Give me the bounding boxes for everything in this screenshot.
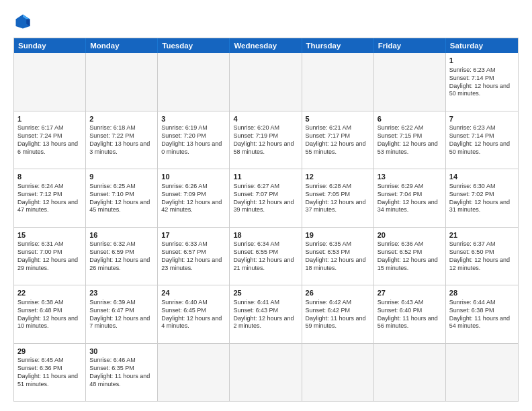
cal-cell-12: 12Sunrise: 6:28 AM Sunset: 7:05 PM Dayli… — [302, 169, 374, 227]
day-number: 18 — [233, 230, 298, 240]
day-number: 22 — [17, 288, 82, 298]
day-number: 25 — [233, 288, 298, 298]
day-info: Sunrise: 6:46 AM Sunset: 6:35 PM Dayligh… — [89, 357, 154, 389]
day-number: 27 — [378, 288, 442, 298]
cal-cell-10: 10Sunrise: 6:26 AM Sunset: 7:09 PM Dayli… — [158, 169, 230, 227]
cal-cell-15: 15Sunrise: 6:31 AM Sunset: 7:00 PM Dayli… — [14, 228, 86, 285]
day-number: 6 — [378, 114, 442, 124]
cal-cell-empty-6 — [446, 344, 518, 402]
day-number: 16 — [89, 230, 154, 240]
calendar-week-5: 22Sunrise: 6:38 AM Sunset: 6:48 PM Dayli… — [14, 285, 518, 344]
day-number: 13 — [378, 172, 442, 182]
cal-cell-6: 6Sunrise: 6:22 AM Sunset: 7:15 PM Daylig… — [374, 111, 446, 169]
cal-cell-19: 19Sunrise: 6:35 AM Sunset: 6:53 PM Dayli… — [302, 228, 374, 285]
day-number: 1 — [17, 114, 82, 124]
day-number: 24 — [161, 288, 226, 298]
day-info: Sunrise: 6:41 AM Sunset: 6:43 PM Dayligh… — [233, 299, 298, 331]
day-number: 15 — [17, 230, 82, 240]
day-info: Sunrise: 6:42 AM Sunset: 6:42 PM Dayligh… — [306, 299, 370, 331]
day-info: Sunrise: 6:19 AM Sunset: 7:20 PM Dayligh… — [161, 124, 226, 156]
day-number: 30 — [89, 347, 154, 357]
day-number: 7 — [449, 114, 515, 124]
cal-cell-14: 14Sunrise: 6:30 AM Sunset: 7:02 PM Dayli… — [446, 169, 518, 227]
cal-cell-empty-3 — [230, 344, 302, 402]
day-info: Sunrise: 6:25 AM Sunset: 7:10 PM Dayligh… — [89, 183, 154, 215]
day-number: 12 — [306, 172, 370, 182]
day-number: 20 — [378, 230, 442, 240]
cal-cell-30: 30Sunrise: 6:46 AM Sunset: 6:35 PM Dayli… — [86, 344, 158, 402]
cal-cell-17: 17Sunrise: 6:33 AM Sunset: 6:57 PM Dayli… — [158, 228, 230, 285]
calendar-week-6: 29Sunrise: 6:45 AM Sunset: 6:36 PM Dayli… — [14, 344, 518, 402]
day-number: 17 — [161, 230, 226, 240]
day-number: 29 — [17, 347, 82, 357]
day-info: Sunrise: 6:30 AM Sunset: 7:02 PM Dayligh… — [449, 183, 515, 215]
day-info: Sunrise: 6:44 AM Sunset: 6:38 PM Dayligh… — [449, 299, 515, 331]
day-number: 9 — [89, 172, 154, 182]
cal-cell-1: 1Sunrise: 6:23 AM Sunset: 7:14 PM Daylig… — [446, 53, 518, 111]
day-info: Sunrise: 6:38 AM Sunset: 6:48 PM Dayligh… — [17, 299, 82, 331]
day-number: 4 — [233, 114, 298, 124]
cal-cell-empty-2 — [158, 53, 230, 111]
cal-cell-24: 24Sunrise: 6:40 AM Sunset: 6:45 PM Dayli… — [158, 285, 230, 343]
cal-cell-28: 28Sunrise: 6:44 AM Sunset: 6:38 PM Dayli… — [446, 285, 518, 343]
header — [13, 12, 519, 31]
day-info: Sunrise: 6:29 AM Sunset: 7:04 PM Dayligh… — [378, 183, 442, 215]
day-info: Sunrise: 6:35 AM Sunset: 6:53 PM Dayligh… — [306, 240, 370, 273]
cal-cell-26: 26Sunrise: 6:42 AM Sunset: 6:42 PM Dayli… — [302, 285, 374, 343]
cal-cell-empty-0 — [14, 53, 86, 111]
cal-cell-22: 22Sunrise: 6:38 AM Sunset: 6:48 PM Dayli… — [14, 285, 86, 343]
day-info: Sunrise: 6:23 AM Sunset: 7:14 PM Dayligh… — [449, 124, 515, 156]
day-info: Sunrise: 6:18 AM Sunset: 7:22 PM Dayligh… — [89, 124, 154, 156]
cal-cell-empty-4 — [302, 53, 374, 111]
cal-cell-18: 18Sunrise: 6:34 AM Sunset: 6:55 PM Dayli… — [230, 228, 302, 285]
cal-cell-5: 5Sunrise: 6:21 AM Sunset: 7:17 PM Daylig… — [302, 111, 374, 169]
cal-cell-27: 27Sunrise: 6:43 AM Sunset: 6:40 PM Dayli… — [374, 285, 446, 343]
logo — [13, 12, 35, 31]
day-number: 11 — [233, 172, 298, 182]
day-number: 28 — [449, 288, 515, 298]
cal-cell-9: 9Sunrise: 6:25 AM Sunset: 7:10 PM Daylig… — [86, 169, 158, 227]
cal-cell-empty-5 — [374, 53, 446, 111]
day-number: 2 — [89, 114, 154, 124]
calendar-body: 1Sunrise: 6:23 AM Sunset: 7:14 PM Daylig… — [14, 53, 518, 401]
cal-cell-empty-4 — [302, 344, 374, 402]
day-number: 23 — [89, 288, 154, 298]
day-number: 21 — [449, 230, 515, 240]
day-info: Sunrise: 6:31 AM Sunset: 7:00 PM Dayligh… — [17, 240, 82, 273]
day-info: Sunrise: 6:43 AM Sunset: 6:40 PM Dayligh… — [378, 299, 442, 331]
cal-cell-23: 23Sunrise: 6:39 AM Sunset: 6:47 PM Dayli… — [86, 285, 158, 343]
day-number: 10 — [161, 172, 226, 182]
cal-cell-7: 7Sunrise: 6:23 AM Sunset: 7:14 PM Daylig… — [446, 111, 518, 169]
day-info: Sunrise: 6:32 AM Sunset: 6:59 PM Dayligh… — [89, 240, 154, 273]
calendar-week-3: 8Sunrise: 6:24 AM Sunset: 7:12 PM Daylig… — [14, 169, 518, 228]
day-info: Sunrise: 6:20 AM Sunset: 7:19 PM Dayligh… — [233, 124, 298, 156]
day-number: 26 — [306, 288, 370, 298]
cal-header-friday: Friday — [374, 38, 446, 53]
cal-cell-16: 16Sunrise: 6:32 AM Sunset: 6:59 PM Dayli… — [86, 228, 158, 285]
day-info: Sunrise: 6:22 AM Sunset: 7:15 PM Dayligh… — [378, 124, 442, 156]
cal-cell-29: 29Sunrise: 6:45 AM Sunset: 6:36 PM Dayli… — [14, 344, 86, 402]
day-number: 19 — [306, 230, 370, 240]
day-info: Sunrise: 6:23 AM Sunset: 7:14 PM Dayligh… — [449, 66, 515, 99]
cal-header-sunday: Sunday — [14, 38, 86, 53]
day-number: 3 — [161, 114, 226, 124]
cal-cell-11: 11Sunrise: 6:27 AM Sunset: 7:07 PM Dayli… — [230, 169, 302, 227]
day-info: Sunrise: 6:21 AM Sunset: 7:17 PM Dayligh… — [306, 124, 370, 156]
day-info: Sunrise: 6:17 AM Sunset: 7:24 PM Dayligh… — [17, 124, 82, 156]
cal-cell-8: 8Sunrise: 6:24 AM Sunset: 7:12 PM Daylig… — [14, 169, 86, 227]
cal-header-thursday: Thursday — [302, 38, 374, 53]
cal-header-monday: Monday — [86, 38, 158, 53]
day-number: 8 — [17, 172, 82, 182]
cal-cell-empty-2 — [158, 344, 230, 402]
logo-icon — [13, 12, 32, 31]
calendar-week-2: 1Sunrise: 6:17 AM Sunset: 7:24 PM Daylig… — [14, 111, 518, 170]
cal-cell-2: 2Sunrise: 6:18 AM Sunset: 7:22 PM Daylig… — [86, 111, 158, 169]
cal-header-saturday: Saturday — [446, 38, 518, 53]
day-info: Sunrise: 6:24 AM Sunset: 7:12 PM Dayligh… — [17, 183, 82, 215]
day-info: Sunrise: 6:37 AM Sunset: 6:50 PM Dayligh… — [449, 240, 515, 273]
day-info: Sunrise: 6:26 AM Sunset: 7:09 PM Dayligh… — [161, 183, 226, 215]
cal-cell-13: 13Sunrise: 6:29 AM Sunset: 7:04 PM Dayli… — [374, 169, 446, 227]
day-info: Sunrise: 6:45 AM Sunset: 6:36 PM Dayligh… — [17, 357, 82, 389]
day-info: Sunrise: 6:27 AM Sunset: 7:07 PM Dayligh… — [233, 183, 298, 215]
day-info: Sunrise: 6:40 AM Sunset: 6:45 PM Dayligh… — [161, 299, 226, 331]
